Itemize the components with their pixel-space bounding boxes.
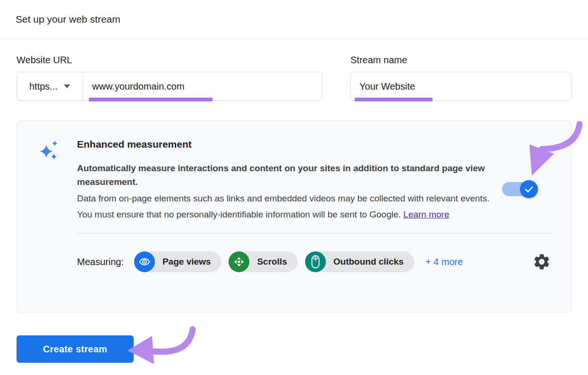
- badge-label: Outbound clicks: [333, 257, 404, 267]
- enhanced-measurement-text: Enhanced measurement Automatically measu…: [77, 138, 504, 223]
- sparkle-icon: [39, 139, 60, 162]
- stream-form: Website URL https... Stream name: [0, 54, 588, 101]
- badge-scrolls: Scrolls: [229, 251, 297, 272]
- gear-icon[interactable]: [532, 252, 551, 271]
- annotation-underline-url: [89, 98, 213, 101]
- enhanced-measurement-description: Data from on-page elements such as links…: [77, 191, 504, 223]
- website-url-input-group[interactable]: https...: [17, 72, 322, 101]
- enhanced-measurement-toggle[interactable]: [502, 180, 538, 198]
- stream-name-field: Stream name: [350, 54, 571, 101]
- scroll-icon: [229, 251, 249, 272]
- stream-name-input-group[interactable]: [350, 72, 571, 101]
- chevron-down-icon: [64, 84, 70, 88]
- web-stream-setup-page: Set up your web stream Website URL https…: [0, 0, 588, 375]
- protocol-selected-value: https...: [29, 81, 58, 92]
- toggle-thumb: [520, 180, 538, 198]
- page-header: Set up your web stream: [0, 0, 588, 39]
- website-url-field: Website URL https...: [17, 54, 322, 101]
- website-url-input[interactable]: [83, 72, 322, 100]
- learn-more-link[interactable]: Learn more: [403, 209, 449, 219]
- enhanced-measurement-card: Enhanced measurement Automatically measu…: [17, 120, 571, 313]
- annotation-underline-stream-name: [355, 98, 433, 101]
- enhanced-measurement-description-bold: Automatically measure interactions and c…: [77, 161, 504, 189]
- badge-label: Page views: [162, 257, 211, 267]
- protocol-dropdown[interactable]: https...: [17, 72, 83, 100]
- page-title: Set up your web stream: [16, 14, 120, 25]
- stream-name-input[interactable]: [351, 72, 571, 100]
- badge-label: Scrolls: [257, 257, 287, 267]
- more-events-link[interactable]: + 4 more: [426, 257, 463, 267]
- eye-icon: [134, 251, 155, 272]
- checkmark-icon: [523, 183, 535, 195]
- mouse-icon: [305, 251, 326, 272]
- badge-outbound-clicks: Outbound clicks: [305, 251, 414, 272]
- badge-page-views: Page views: [134, 251, 221, 272]
- create-stream-button[interactable]: Create stream: [17, 335, 134, 363]
- stream-name-label: Stream name: [350, 54, 571, 66]
- measuring-row: Measuring: Page views: [17, 233, 571, 272]
- enhanced-measurement-body: Enhanced measurement Automatically measu…: [17, 121, 571, 223]
- measuring-label: Measuring:: [77, 257, 124, 267]
- website-url-label: Website URL: [17, 54, 322, 66]
- annotation-arrow-create-button: [128, 329, 193, 364]
- enhanced-measurement-title: Enhanced measurement: [77, 139, 504, 150]
